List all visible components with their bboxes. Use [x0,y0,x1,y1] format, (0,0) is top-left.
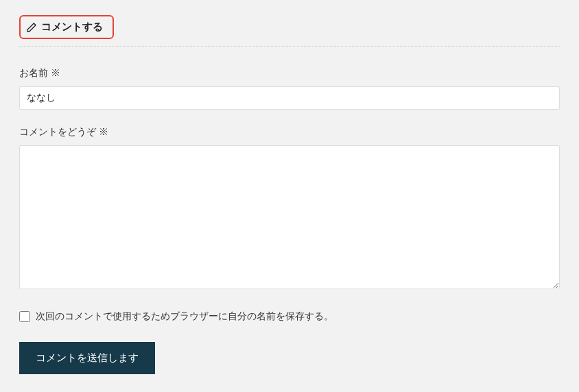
comment-heading-text: コメントする [41,21,103,34]
name-input[interactable] [19,86,560,110]
pencil-icon [26,22,37,33]
comment-textarea[interactable] [19,145,560,289]
comment-label: コメントをどうぞ ※ [19,126,560,138]
comment-field-group: コメントをどうぞ ※ [19,126,560,291]
submit-button[interactable]: コメントを送信します [19,342,155,374]
name-label: お名前 ※ [19,67,560,79]
save-name-checkbox-row: 次回のコメントで使用するためブラウザーに自分の名前を保存する。 [19,310,560,323]
save-name-checkbox[interactable] [19,311,30,322]
comment-heading: コメントする [19,15,114,39]
heading-row: コメントする [19,15,560,47]
comment-form-container: コメントする お名前 ※ コメントをどうぞ ※ 次回のコメントで使用するためブラ… [19,15,560,374]
name-field-group: お名前 ※ [19,67,560,110]
save-name-label[interactable]: 次回のコメントで使用するためブラウザーに自分の名前を保存する。 [36,310,333,323]
